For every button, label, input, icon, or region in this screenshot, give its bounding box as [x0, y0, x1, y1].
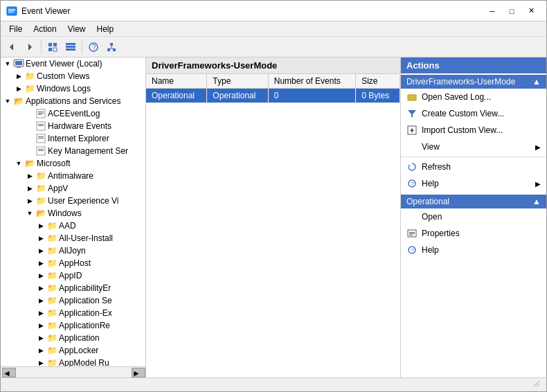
expander-apphost[interactable]: ▶	[35, 258, 46, 269]
help-toolbar-button[interactable]: ?	[85, 39, 102, 55]
tree-node-application[interactable]: ▶ 📁 Application	[1, 332, 145, 344]
col-size[interactable]: Size	[356, 74, 400, 89]
expander-appservices[interactable]: ▼	[2, 96, 13, 107]
open-icon	[406, 211, 418, 222]
tree-node-appid[interactable]: ▶ 📁 AppID	[1, 269, 145, 282]
tree-label-appv: AppV	[48, 184, 68, 193]
back-button[interactable]	[3, 39, 20, 55]
tree-node-root[interactable]: ▼ Event Viewer (Local)	[1, 57, 145, 70]
expander-windowslogs[interactable]: ▶	[13, 83, 24, 94]
actions-import-custom-view[interactable]: Import Custom View...	[401, 122, 546, 139]
svg-rect-29	[38, 124, 44, 125]
menu-help[interactable]: Help	[91, 23, 120, 35]
network-button[interactable]	[103, 39, 120, 55]
h-scrollbar[interactable]: ◄ ►	[1, 366, 145, 377]
svg-rect-15	[107, 48, 110, 51]
tree-label-applocker: AppLocker	[59, 346, 98, 355]
actions-properties[interactable]: Properties	[401, 225, 546, 242]
svg-rect-10	[66, 43, 75, 45]
expander-alluserinstall[interactable]: ▶	[35, 233, 46, 244]
forward-button[interactable]	[21, 39, 38, 55]
expander-applocker[interactable]: ▶	[35, 345, 46, 356]
tree-node-apphost[interactable]: ▶ 📁 AppHost	[1, 257, 145, 269]
tree-node-alljoyn[interactable]: ▶ 📁 AllJoyn	[1, 244, 145, 257]
tree-node-applicationex[interactable]: ▶ 📁 Application-Ex	[1, 307, 145, 319]
expander-application[interactable]: ▶	[35, 332, 46, 344]
actions-section-driverframeworks[interactable]: DriverFrameworks-UserMode ▲	[401, 75, 546, 89]
svg-marker-5	[28, 44, 32, 51]
menu-action[interactable]: Action	[28, 23, 62, 35]
svg-marker-42	[409, 165, 411, 167]
tree-node-windows[interactable]: ▼ 📂 Windows	[1, 207, 145, 220]
view-arrow: ▶	[535, 143, 541, 151]
actions-open[interactable]: Open	[401, 208, 546, 225]
tree-node-keymgmt[interactable]: Key Management Ser	[1, 145, 145, 157]
tree-container[interactable]: ▼ Event Viewer (Local) ▶ 📁 Custom View	[1, 57, 145, 366]
refresh-icon	[406, 161, 418, 172]
tree-node-applicationre[interactable]: ▶ 📁 ApplicationRe	[1, 319, 145, 332]
table-row[interactable]: Operational Operational 0 0 Bytes	[146, 89, 400, 103]
col-events[interactable]: Number of Events	[268, 74, 355, 89]
tree-node-applicability[interactable]: ▶ 📁 ApplicabilityEr	[1, 282, 145, 294]
expander-microsoft[interactable]: ▼	[13, 158, 24, 169]
resize-grip[interactable]	[532, 380, 544, 391]
folder-icon-windowslogs: 📁	[24, 83, 35, 94]
actions-section-operational[interactable]: Operational ▲	[401, 195, 546, 208]
tree-node-appmodelru[interactable]: ▶ 📁 AppModel Ru	[1, 357, 145, 366]
expander-applicability[interactable]: ▶	[35, 283, 46, 294]
expander-customviews[interactable]: ▶	[13, 71, 24, 82]
minimize-button[interactable]: ─	[483, 4, 502, 18]
tree-node-ux[interactable]: ▶ 📁 User Experience Vi	[1, 195, 145, 207]
view-button[interactable]	[62, 39, 79, 55]
tree-node-applicationse[interactable]: ▶ 📁 Application Se	[1, 294, 145, 307]
expander-appv[interactable]: ▶	[24, 183, 35, 194]
expander-aad[interactable]: ▶	[35, 220, 46, 231]
tree-node-aceeventlog[interactable]: ACEEventLog	[1, 107, 145, 120]
tree-node-ie[interactable]: Internet Explorer	[1, 132, 145, 145]
up-button[interactable]	[44, 39, 61, 55]
tree-node-customviews[interactable]: ▶ 📁 Custom Views	[1, 70, 145, 82]
expander-applicationre[interactable]: ▶	[35, 320, 46, 331]
close-button[interactable]: ✕	[521, 4, 541, 18]
expander-alljoyn[interactable]: ▶	[35, 245, 46, 256]
actions-create-custom-view[interactable]: Create Custom View...	[401, 105, 546, 122]
tree-node-alluserinstall[interactable]: ▶ 📁 All-User-Install	[1, 232, 145, 244]
scroll-right-btn[interactable]: ►	[132, 368, 145, 377]
tree-node-applocker[interactable]: ▶ 📁 AppLocker	[1, 344, 145, 357]
expander-appid[interactable]: ▶	[35, 270, 46, 281]
maximize-button[interactable]: □	[502, 4, 521, 18]
actions-open-saved-log[interactable]: Open Saved Log...	[401, 89, 546, 105]
actions-help-section2[interactable]: ? Help	[401, 242, 546, 258]
tree-node-antimalware[interactable]: ▶ 📁 Antimalware	[1, 170, 145, 182]
expander-root[interactable]: ▼	[2, 58, 13, 69]
folder-icon-microsoft: 📂	[24, 158, 35, 169]
menu-view[interactable]: View	[62, 23, 91, 35]
svg-rect-32	[38, 136, 44, 137]
expander-appmodelru[interactable]: ▶	[35, 357, 46, 366]
folder-icon-applicationex: 📁	[46, 308, 57, 319]
svg-marker-39	[408, 110, 416, 118]
actions-section-collapse-1[interactable]: ▲	[532, 77, 541, 87]
expander-windows[interactable]: ▼	[24, 208, 35, 219]
tree-node-aad[interactable]: ▶ 📁 AAD	[1, 220, 145, 232]
col-type[interactable]: Type	[207, 74, 268, 89]
expander-antimalware[interactable]: ▶	[24, 170, 35, 181]
expander-applicationex[interactable]: ▶	[35, 308, 46, 319]
expander-applicationse[interactable]: ▶	[35, 295, 46, 306]
tree-node-windowslogs[interactable]: ▶ 📁 Windows Logs	[1, 82, 145, 95]
actions-refresh[interactable]: Refresh	[401, 159, 546, 175]
tree-label-apphost: AppHost	[59, 258, 91, 268]
refresh-label: Refresh	[422, 162, 451, 172]
tree-node-hwevents[interactable]: Hardware Events	[1, 120, 145, 132]
tree-node-appv[interactable]: ▶ 📁 AppV	[1, 182, 145, 195]
actions-help-section1[interactable]: ? Help ▶	[401, 175, 546, 192]
tree-node-appservices[interactable]: ▼ 📂 Applications and Services	[1, 95, 145, 107]
actions-view[interactable]: View ▶	[401, 139, 546, 155]
actions-section-collapse-2[interactable]: ▲	[532, 197, 541, 206]
tree-node-microsoft[interactable]: ▼ 📂 Microsoft	[1, 157, 145, 170]
svg-marker-41	[410, 128, 414, 132]
scroll-left-btn[interactable]: ◄	[2, 368, 16, 377]
expander-ux[interactable]: ▶	[24, 195, 35, 206]
col-name[interactable]: Name	[146, 74, 207, 89]
menu-file[interactable]: File	[3, 23, 28, 35]
